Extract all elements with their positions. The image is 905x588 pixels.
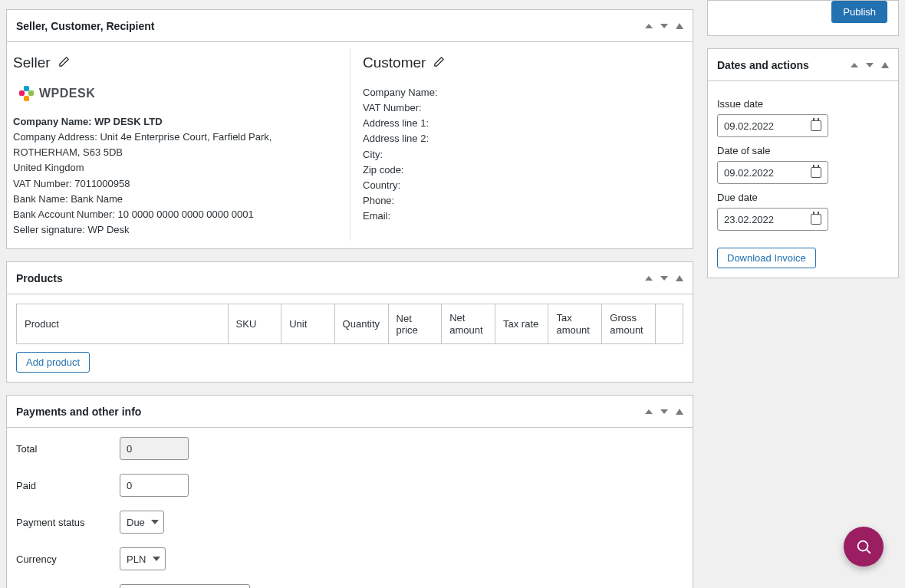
chevron-down-icon[interactable] — [660, 409, 668, 414]
customer-phone: Phone: — [363, 193, 683, 209]
panel-header-seller: Seller, Customer, Recipient — [7, 10, 693, 42]
seller-bank-account: Bank Account Number: 10 0000 0000 0000 0… — [13, 207, 341, 222]
currency-select[interactable]: PLN — [120, 547, 166, 570]
panel-products: Products Product SKU Unit Quantity — [6, 261, 693, 383]
panel-seller-customer: Seller, Customer, Recipient Seller — [6, 9, 693, 249]
customer-addr2: Address line 2: — [363, 131, 683, 146]
seller-vat: VAT Number: 7011000958 — [13, 176, 341, 192]
panel-header-products: Products — [7, 262, 693, 294]
total-label: Total — [16, 443, 120, 455]
col-unit: Unit — [281, 304, 334, 344]
payment-status-select[interactable]: Due — [120, 511, 164, 534]
panel-header-payments: Payments and other info — [7, 396, 693, 428]
collapse-icon[interactable] — [676, 409, 683, 415]
customer-country: Country: — [363, 178, 683, 193]
col-gross-amount: Gross amount — [602, 304, 656, 344]
publish-button[interactable]: Publish — [831, 1, 887, 23]
col-quantity: Quantity — [334, 304, 388, 344]
total-field — [120, 437, 189, 460]
seller-signature: Seller signature: WP Desk — [13, 222, 341, 238]
customer-heading: Customer — [363, 54, 426, 71]
seller-logo: WPDESK — [18, 85, 341, 102]
edit-customer-icon[interactable] — [433, 54, 445, 71]
products-table: Product SKU Unit Quantity Net price Net … — [16, 304, 683, 344]
panel-title: Dates and actions — [717, 59, 851, 71]
chevron-down-icon[interactable] — [866, 63, 874, 67]
col-product: Product — [17, 304, 229, 344]
collapse-icon[interactable] — [676, 275, 683, 281]
chevron-up-icon[interactable] — [645, 409, 653, 414]
col-actions — [656, 304, 683, 344]
sale-date-label: Date of sale — [717, 145, 889, 156]
customer-company: Company Name: — [363, 85, 683, 100]
calendar-icon — [811, 120, 821, 131]
seller-heading: Seller — [13, 54, 51, 71]
issue-date-label: Issue date — [717, 98, 889, 110]
currency-label: Currency — [16, 554, 120, 565]
col-net-price: Net price — [388, 304, 442, 344]
panel-title: Seller, Customer, Recipient — [16, 20, 645, 32]
panel-header-dates: Dates and actions — [708, 49, 898, 81]
calendar-icon — [811, 214, 821, 225]
collapse-icon[interactable] — [881, 62, 889, 68]
svg-line-1 — [867, 550, 870, 554]
panel-title: Products — [16, 272, 645, 284]
customer-email: Email: — [363, 209, 683, 224]
payment-method-select[interactable]: PayPal — [120, 584, 250, 588]
paid-label: Paid — [16, 480, 120, 491]
seller-company: Company Name: WP DESK LTD — [13, 114, 341, 130]
download-invoice-button[interactable]: Download Invoice — [717, 248, 816, 268]
publish-box: Publish — [707, 0, 899, 36]
panel-dates: Dates and actions Issue date 09.02.2022 … — [707, 48, 899, 278]
col-tax-rate: Tax rate — [495, 304, 548, 344]
due-date-input[interactable]: 23.02.2022 — [717, 208, 828, 231]
calendar-icon — [811, 167, 821, 178]
chevron-up-icon[interactable] — [645, 276, 653, 281]
chevron-down-icon[interactable] — [660, 276, 668, 281]
paid-input[interactable] — [120, 474, 189, 497]
seller-country: United Kingdom — [13, 160, 341, 176]
payment-status-label: Payment status — [16, 517, 120, 528]
col-net-amount: Net amount — [442, 304, 495, 344]
customer-vat: VAT Number: — [363, 100, 683, 116]
add-product-button[interactable]: Add product — [16, 352, 90, 373]
seller-address: Company Address: Unit 4e Enterprise Cour… — [13, 130, 341, 160]
due-date-label: Due date — [717, 192, 889, 203]
collapse-icon[interactable] — [676, 23, 683, 29]
col-tax-amount: Tax amount — [548, 304, 602, 344]
issue-date-input[interactable]: 09.02.2022 — [717, 114, 828, 137]
seller-bank-name: Bank Name: Bank Name — [13, 192, 341, 207]
panel-payments: Payments and other info Total Paid Pay — [6, 395, 693, 588]
edit-seller-icon[interactable] — [58, 54, 70, 71]
sale-date-input[interactable]: 09.02.2022 — [717, 161, 828, 184]
help-fab[interactable] — [844, 527, 884, 567]
chevron-up-icon[interactable] — [851, 63, 858, 67]
panel-title: Payments and other info — [16, 406, 645, 418]
chevron-up-icon[interactable] — [645, 24, 653, 28]
chevron-down-icon[interactable] — [660, 24, 668, 28]
customer-addr1: Address line 1: — [363, 116, 683, 131]
customer-city: City: — [363, 147, 683, 163]
customer-zip: Zip code: — [363, 163, 683, 178]
col-sku: SKU — [228, 304, 281, 344]
